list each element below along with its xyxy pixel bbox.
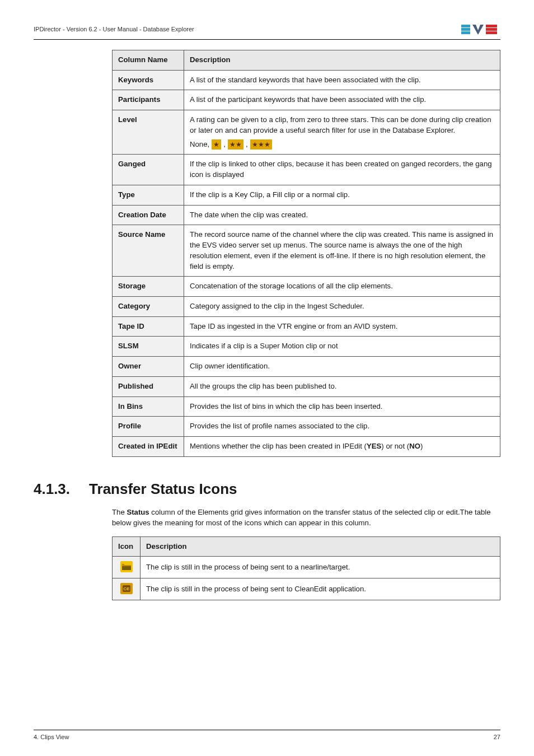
rating-examples: None, ★, ★★, ★★★: [190, 139, 494, 150]
row-desc: If the clip is a Key Clip, a Fill clip o…: [184, 185, 500, 205]
text: The: [112, 508, 127, 516]
row-desc: Provides the list of profile names assoc…: [184, 417, 500, 437]
row-desc: The clip is still in the process of bein…: [140, 557, 500, 578]
text: Mentions whether the clip has been creat…: [190, 442, 367, 450]
column-definitions-table: Column Name Description Keywords A list …: [112, 50, 500, 457]
row-desc: Category assigned to the clip in the Ing…: [184, 297, 500, 317]
icon-cell: [113, 557, 140, 578]
icon-cell: CE: [113, 578, 140, 600]
header-divider: [34, 39, 500, 40]
table-row: Published All the groups the clip has be…: [113, 376, 500, 396]
row-desc: Mentions whether the clip has been creat…: [184, 437, 500, 457]
svg-rect-5: [486, 31, 497, 34]
section-title: Transfer Status Icons: [89, 480, 237, 498]
table-row: Type If the clip is a Key Clip, a Fill c…: [113, 185, 500, 205]
row-name: Participants: [113, 90, 184, 110]
row-name: In Bins: [113, 396, 184, 417]
row-name: Created in IPEdit: [113, 437, 184, 457]
table-header-description: Description: [184, 50, 500, 71]
row-name: Ganged: [113, 155, 184, 185]
row-name: Creation Date: [113, 205, 184, 225]
page-footer: 4. Clips View 27: [34, 730, 500, 740]
row-name: Tape ID: [113, 316, 184, 337]
row-desc: Concatenation of the storage locations o…: [184, 277, 500, 297]
svg-rect-6: [122, 566, 131, 570]
no-text: NO: [409, 442, 420, 450]
footer-divider: [34, 730, 500, 730]
row-name: Level: [113, 110, 184, 155]
row-desc: A rating can be given to a clip, from ze…: [184, 110, 500, 155]
text: ): [420, 442, 423, 450]
row-desc: A list of the standard keywords that hav…: [184, 70, 500, 90]
row-desc: Provides the list of bins in which the c…: [184, 396, 500, 417]
row-desc: Tape ID as ingested in the VTR engine or…: [184, 316, 500, 337]
main-content: Column Name Description Keywords A list …: [112, 50, 500, 457]
table-row: Level A rating can be given to a clip, f…: [113, 110, 500, 155]
row-desc: If the clip is linked to other clips, be…: [184, 155, 500, 185]
table-row: CE The clip is still in the process of b…: [113, 578, 500, 600]
one-star-icon: ★: [212, 139, 221, 150]
icons-header-description: Description: [140, 536, 500, 556]
row-name: Category: [113, 297, 184, 317]
header-breadcrumb: IPDirector - Version 6.2 - User Manual -…: [34, 26, 194, 32]
page-number: 27: [494, 734, 500, 740]
table-row: The clip is still in the process of bein…: [113, 557, 500, 578]
nearline-transfer-icon: [120, 561, 133, 572]
row-name: Type: [113, 185, 184, 205]
svg-rect-4: [486, 28, 497, 31]
row-name: Published: [113, 376, 184, 396]
footer-section: 4. Clips View: [34, 734, 69, 740]
two-star-icon: ★★: [228, 139, 243, 150]
none-label: None,: [190, 139, 209, 150]
svg-text:CE: CE: [123, 586, 130, 591]
row-desc: All the groups the clip has been publish…: [184, 376, 500, 396]
row-desc: Clip owner identification.: [184, 357, 500, 377]
row-name: SLSM: [113, 337, 184, 357]
icons-header-icon: Icon: [113, 536, 140, 556]
yes-text: YES: [367, 442, 381, 450]
row-name: Keywords: [113, 70, 184, 90]
section-number: 4.1.3.: [34, 480, 70, 498]
table-row: Tape ID Tape ID as ingested in the VTR e…: [113, 316, 500, 337]
svg-rect-3: [486, 25, 497, 27]
svg-rect-1: [461, 28, 470, 31]
row-desc-text: A rating can be given to a clip, from ze…: [190, 115, 491, 134]
table-row: Owner Clip owner identification.: [113, 357, 500, 377]
evs-logo: [461, 22, 500, 36]
three-star-icon: ★★★: [250, 139, 272, 150]
row-desc: A list of the participant keywords that …: [184, 90, 500, 110]
table-row: In Bins Provides the list of bins in whi…: [113, 396, 500, 417]
row-desc: The record source name of the channel wh…: [184, 225, 500, 277]
page-header: IPDirector - Version 6.2 - User Manual -…: [34, 22, 500, 36]
table-row: Category Category assigned to the clip i…: [113, 297, 500, 317]
row-desc: The date when the clip was created.: [184, 205, 500, 225]
row-desc: The clip is still in the process of bein…: [140, 578, 500, 600]
table-header-colname: Column Name: [113, 50, 184, 71]
cleanedit-transfer-icon: CE: [120, 583, 133, 594]
table-row: Created in IPEdit Mentions whether the c…: [113, 437, 500, 457]
row-desc: Indicates if a clip is a Super Motion cl…: [184, 337, 500, 357]
svg-rect-2: [461, 31, 470, 34]
text: column of the Elements grid gives inform…: [112, 508, 491, 528]
table-row: Keywords A list of the standard keywords…: [113, 70, 500, 90]
transfer-status-icons-table: Icon Description The clip is still in th…: [112, 536, 500, 600]
table-row: SLSM Indicates if a clip is a Super Moti…: [113, 337, 500, 357]
table-row: Profile Provides the list of profile nam…: [113, 417, 500, 437]
row-name: Source Name: [113, 225, 184, 277]
table-row: Storage Concatenation of the storage loc…: [113, 277, 500, 297]
status-word: Status: [127, 508, 149, 516]
table-row: Source Name The record source name of th…: [113, 225, 500, 277]
table-row: Creation Date The date when the clip was…: [113, 205, 500, 225]
section-paragraph: The Status column of the Elements grid g…: [112, 507, 500, 529]
section-heading: 4.1.3. Transfer Status Icons: [34, 480, 500, 498]
row-name: Storage: [113, 277, 184, 297]
table-row: Participants A list of the participant k…: [113, 90, 500, 110]
section-body: The Status column of the Elements grid g…: [112, 507, 500, 601]
table-row: Ganged If the clip is linked to other cl…: [113, 155, 500, 185]
row-name: Owner: [113, 357, 184, 377]
svg-rect-0: [461, 25, 470, 27]
row-name: Profile: [113, 417, 184, 437]
text: ) or not (: [381, 442, 409, 450]
